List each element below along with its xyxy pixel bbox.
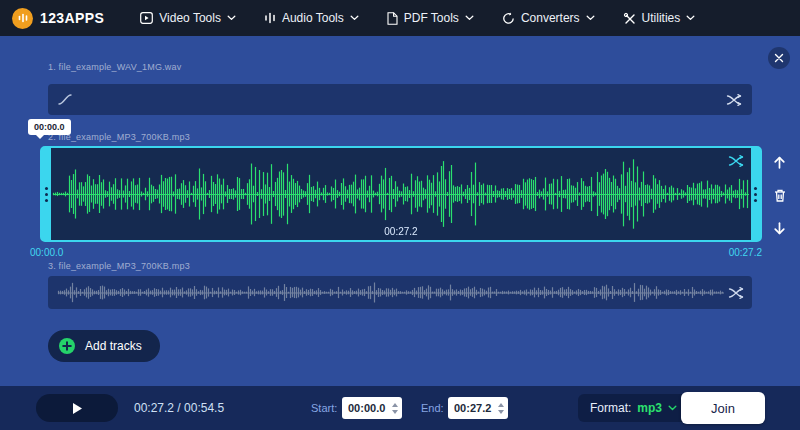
logo-icon xyxy=(12,8,33,29)
menu-label: Converters xyxy=(521,11,580,25)
menu-converters[interactable]: Converters xyxy=(502,11,595,25)
delete-track-button[interactable] xyxy=(773,188,787,203)
logo[interactable]: 123APPS xyxy=(12,8,104,29)
trim-start-tooltip: 00:00.0 xyxy=(28,119,71,135)
close-button[interactable] xyxy=(768,47,790,69)
audio-joiner-app: 123APPS Video Tools Audio Tools PDF Tool… xyxy=(0,0,800,430)
stepper-down-icon[interactable] xyxy=(498,410,504,414)
trim-handle-left[interactable] xyxy=(42,148,51,240)
start-label: Start: xyxy=(311,402,337,414)
add-tracks-label: Add tracks xyxy=(85,339,142,353)
start-stepper xyxy=(392,403,398,414)
track3-filename: 3. file_example_MP3_700KB.mp3 xyxy=(48,261,190,271)
waveform-canvas[interactable] xyxy=(56,280,726,305)
trim-handle-right[interactable] xyxy=(751,148,760,240)
end-stepper xyxy=(498,403,504,414)
add-tracks-button[interactable]: Add tracks xyxy=(48,330,160,362)
grip-dots xyxy=(45,193,48,196)
chevron-down-icon xyxy=(465,15,474,21)
chevron-down-icon xyxy=(686,15,695,21)
end-time-field xyxy=(448,397,508,419)
bottom-toolbar: 00:27.2 / 00:54.5 Start: End: Format: mp… xyxy=(0,386,800,430)
menu-label: Audio Tools xyxy=(282,11,344,25)
crossfade-icon[interactable] xyxy=(726,94,742,106)
menu-label: PDF Tools xyxy=(404,11,459,25)
utilities-icon xyxy=(623,12,636,25)
time-display: 00:27.2 / 00:54.5 xyxy=(134,401,224,415)
converters-icon xyxy=(502,12,515,25)
crossfade-icon[interactable] xyxy=(728,155,744,167)
chevron-down-icon xyxy=(227,15,236,21)
track-controls xyxy=(772,155,787,236)
end-label: End: xyxy=(421,402,444,414)
top-navbar: 123APPS Video Tools Audio Tools PDF Tool… xyxy=(0,0,800,36)
audio-tools-icon xyxy=(264,12,276,24)
track2-end-time: 00:27.2 xyxy=(729,247,762,258)
join-button[interactable]: Join xyxy=(681,392,765,424)
stepper-up-icon[interactable] xyxy=(498,403,504,407)
menu-label: Utilities xyxy=(642,11,681,25)
format-dropdown[interactable]: Format: mp3 xyxy=(578,394,689,422)
menu-label: Video Tools xyxy=(159,11,221,25)
playhead-time: 00:27.2 xyxy=(384,226,417,237)
menu-utilities[interactable]: Utilities xyxy=(623,11,696,25)
chevron-down-icon xyxy=(350,15,359,21)
crossfade-icon[interactable] xyxy=(728,287,744,299)
end-time-input[interactable] xyxy=(454,402,498,414)
format-value: mp3 xyxy=(637,401,662,415)
track1-filename: 1. file_example_WAV_1MG.wav xyxy=(48,62,181,72)
grip-dots xyxy=(754,193,757,196)
play-button[interactable] xyxy=(36,394,118,422)
logo-text: 123APPS xyxy=(40,10,104,26)
stepper-down-icon[interactable] xyxy=(392,410,398,414)
move-up-button[interactable] xyxy=(772,155,787,170)
arrow-down-icon xyxy=(772,221,787,236)
track1-strip[interactable] xyxy=(48,84,752,115)
fade-icon[interactable] xyxy=(58,94,72,105)
selected-track[interactable]: 00:27.2 xyxy=(40,146,762,242)
start-time-input[interactable] xyxy=(348,402,392,414)
menu-pdf-tools[interactable]: PDF Tools xyxy=(387,11,474,25)
pdf-tools-icon xyxy=(387,12,398,25)
trash-icon xyxy=(773,188,787,203)
format-label: Format: xyxy=(590,401,631,415)
move-down-button[interactable] xyxy=(772,221,787,236)
chevron-down-icon xyxy=(668,405,677,411)
track3-strip[interactable] xyxy=(48,276,752,309)
plus-icon xyxy=(58,337,76,355)
menu-video-tools[interactable]: Video Tools xyxy=(140,11,236,25)
close-icon xyxy=(774,53,784,63)
menu-audio-tools[interactable]: Audio Tools xyxy=(264,11,359,25)
video-tools-icon xyxy=(140,12,153,24)
play-icon xyxy=(72,402,83,415)
main-menu: Video Tools Audio Tools PDF Tools Conver… xyxy=(140,11,695,25)
start-time-field xyxy=(342,397,402,419)
track2-start-time: 00:00.0 xyxy=(30,247,63,258)
stepper-up-icon[interactable] xyxy=(392,403,398,407)
arrow-up-icon xyxy=(772,155,787,170)
chevron-down-icon xyxy=(586,15,595,21)
